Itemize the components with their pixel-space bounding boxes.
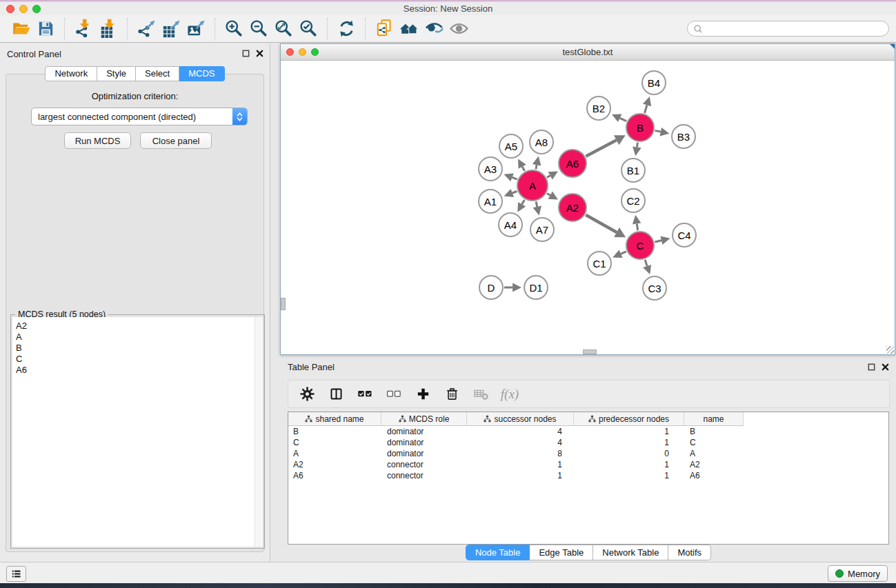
tab-style[interactable]: Style xyxy=(97,66,136,81)
network-window-titlebar[interactable]: testGlobe.txt xyxy=(281,44,895,61)
table-cell[interactable]: 1 xyxy=(574,470,684,481)
list-scrollbar[interactable] xyxy=(255,317,263,547)
tab-motifs[interactable]: Motifs xyxy=(668,545,711,560)
graph-node-B1[interactable]: B1 xyxy=(621,158,646,183)
tab-network-table[interactable]: Network Table xyxy=(593,545,668,560)
table-cell[interactable]: A2 xyxy=(684,459,744,470)
graph-node-C1[interactable]: C1 xyxy=(587,251,612,276)
table-cell[interactable]: 1 xyxy=(467,459,574,470)
close-table-panel-icon[interactable] xyxy=(881,363,890,372)
table-cell[interactable]: C xyxy=(684,437,744,448)
tab-network[interactable]: Network xyxy=(45,66,97,81)
tab-select[interactable]: Select xyxy=(136,66,179,81)
table-cell[interactable]: A2 xyxy=(288,459,381,470)
table-cell[interactable]: dominator xyxy=(381,448,467,459)
mcds-result-item[interactable]: A2 xyxy=(12,321,263,332)
graph-node-A5[interactable]: A5 xyxy=(499,134,524,159)
table-cell[interactable]: A xyxy=(288,448,381,459)
network-canvas[interactable]: AA6A2BCA1A3A4A5A7A8B1B2B3B4C1C2C3C4DD1 xyxy=(281,61,895,354)
table-cell[interactable]: C xyxy=(288,437,381,448)
save-session-icon[interactable] xyxy=(33,18,58,40)
table-row[interactable]: Bdominator41B xyxy=(288,426,888,437)
refresh-layout-icon[interactable] xyxy=(334,18,359,40)
horizontal-scrollbar-thumb[interactable] xyxy=(583,349,597,354)
toggle-graphics-details-icon[interactable] xyxy=(421,18,446,40)
mcds-result-item[interactable]: C xyxy=(12,354,263,365)
graph-node-B3[interactable]: B3 xyxy=(671,124,696,149)
column-header-predecessor-nodes[interactable]: predecessor nodes xyxy=(574,412,684,426)
tab-mcds[interactable]: MCDS xyxy=(179,66,224,81)
export-image-icon[interactable] xyxy=(183,18,208,40)
graph-node-C[interactable]: C xyxy=(626,231,655,260)
attribute-settings-icon[interactable] xyxy=(298,385,316,403)
mcds-result-list[interactable]: A2ABCA6 xyxy=(12,317,263,547)
table-cell[interactable]: A6 xyxy=(288,470,381,481)
graph-node-A3[interactable]: A3 xyxy=(478,156,503,181)
resize-handle[interactable] xyxy=(886,346,894,354)
graph-node-A1[interactable]: A1 xyxy=(478,189,503,214)
graph-node-C4[interactable]: C4 xyxy=(672,223,697,247)
graph-node-A[interactable]: A xyxy=(517,170,548,201)
zoom-out-icon[interactable] xyxy=(246,18,271,40)
split-panel-icon[interactable] xyxy=(327,385,345,403)
graph-node-A8[interactable]: A8 xyxy=(529,130,554,154)
table-cell[interactable]: A6 xyxy=(684,470,744,481)
zoom-in-icon[interactable] xyxy=(221,18,246,40)
export-table-icon[interactable] xyxy=(159,18,183,40)
table-cell[interactable]: B xyxy=(684,426,744,437)
column-header-successor-nodes[interactable]: successor nodes xyxy=(467,412,574,426)
show-hide-panel-icon[interactable] xyxy=(446,18,471,40)
graph-node-D[interactable]: D xyxy=(479,275,504,300)
show-panels-button[interactable] xyxy=(6,566,26,582)
graph-node-C2[interactable]: C2 xyxy=(621,188,646,213)
table-cell[interactable]: 8 xyxy=(467,448,574,459)
delete-columns-icon[interactable] xyxy=(443,385,461,403)
graph-node-C3[interactable]: C3 xyxy=(642,276,667,301)
table-row[interactable]: Adominator80A xyxy=(288,448,888,459)
create-column-icon[interactable] xyxy=(414,385,432,403)
table-cell[interactable]: dominator xyxy=(381,437,467,448)
column-header-name[interactable]: name xyxy=(684,412,744,426)
table-row[interactable]: A6connector11A6 xyxy=(288,470,888,481)
optimization-criterion-dropdown[interactable]: largest connected component (directed) xyxy=(31,108,248,125)
search-input[interactable] xyxy=(703,23,888,34)
table-cell[interactable]: 0 xyxy=(574,448,684,459)
column-header-shared-name[interactable]: shared name xyxy=(288,412,381,426)
table-cell[interactable]: A xyxy=(684,448,744,459)
graph-node-A7[interactable]: A7 xyxy=(530,217,555,242)
graph-node-A6[interactable]: A6 xyxy=(558,149,587,178)
clone-network-icon[interactable] xyxy=(372,18,397,40)
table-row[interactable]: A2connector11A2 xyxy=(288,459,888,470)
table-cell[interactable]: B xyxy=(288,426,381,437)
table-cell[interactable]: 1 xyxy=(574,459,684,470)
table-row[interactable]: Cdominator41C xyxy=(288,437,888,448)
float-panel-icon[interactable] xyxy=(241,49,250,58)
column-header-MCDS-role[interactable]: MCDS role xyxy=(381,412,467,426)
table-cell[interactable]: 4 xyxy=(467,426,574,437)
import-table-icon[interactable] xyxy=(96,18,121,40)
memory-button[interactable]: Memory xyxy=(828,565,888,582)
table-cell[interactable]: dominator xyxy=(381,426,467,437)
table-cell[interactable]: 1 xyxy=(574,437,684,448)
table-cell[interactable]: 1 xyxy=(467,470,574,481)
table-cell[interactable]: connector xyxy=(381,459,467,470)
table-cell[interactable]: 4 xyxy=(467,437,574,448)
dropdown-stepper[interactable] xyxy=(232,108,247,125)
tab-edge-table[interactable]: Edge Table xyxy=(530,545,593,560)
mcds-result-item[interactable]: A6 xyxy=(12,365,263,376)
graph-node-A4[interactable]: A4 xyxy=(498,212,523,237)
select-all-columns-icon[interactable] xyxy=(356,385,374,403)
import-network-icon[interactable] xyxy=(71,18,96,40)
float-table-panel-icon[interactable] xyxy=(867,363,876,372)
open-session-icon[interactable] xyxy=(8,18,33,40)
graph-node-A2[interactable]: A2 xyxy=(558,193,587,222)
graph-node-D1[interactable]: D1 xyxy=(524,275,548,300)
graph-node-B[interactable]: B xyxy=(626,113,655,142)
vertical-scrollbar-thumb[interactable] xyxy=(281,298,286,310)
mcds-result-item[interactable]: A xyxy=(12,332,263,343)
run-mcds-button[interactable]: Run MCDS xyxy=(64,132,131,149)
close-panel-button[interactable]: Close panel xyxy=(140,132,212,149)
unselect-all-columns-icon[interactable] xyxy=(385,385,403,403)
graph-node-B2[interactable]: B2 xyxy=(586,96,611,121)
show-all-networks-icon[interactable] xyxy=(397,18,421,40)
